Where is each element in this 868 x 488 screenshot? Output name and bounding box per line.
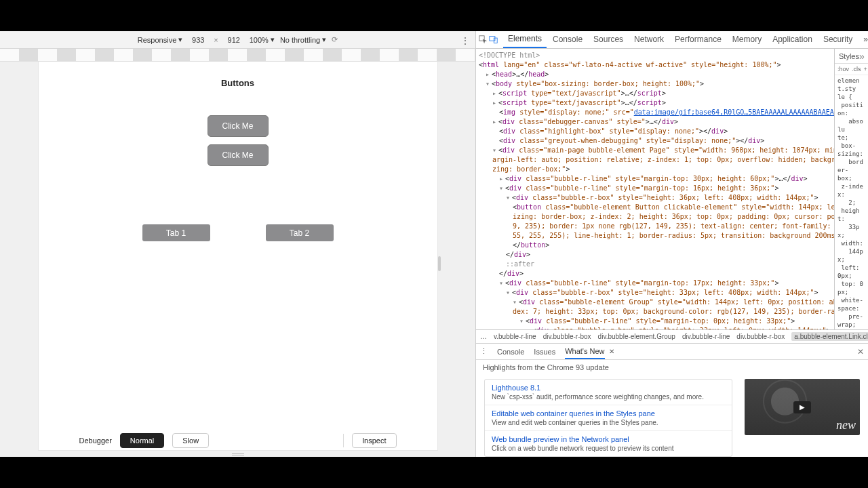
whatsnew-video[interactable]: ▶ new [745, 379, 860, 435]
breadcrumb[interactable]: … v.bubble-r-line div.bubble-r-box div.b… [476, 329, 868, 343]
preview-viewport: Buttons Click Me Click Me Tab 1 Tab 2 De… [0, 62, 475, 457]
tab-1[interactable]: Tab 1 [142, 224, 210, 241]
viewport-height-input[interactable]: 912 [224, 36, 244, 44]
zoom-select[interactable]: 100% ▾ [250, 35, 275, 44]
tab-memory[interactable]: Memory [728, 31, 766, 48]
tab-console[interactable]: Console [548, 31, 587, 48]
drawer-menu-icon[interactable]: ⋮ [480, 347, 488, 356]
tabs-overflow-icon[interactable]: » [859, 31, 868, 48]
device-toolbar: Responsive ▾ 933 × 912 100% ▾ No throttl… [0, 31, 475, 49]
tab-sources[interactable]: Sources [589, 31, 628, 48]
tab-performance[interactable]: Performance [670, 31, 726, 48]
rendered-page: Buttons Click Me Click Me Tab 1 Tab 2 De… [39, 62, 437, 450]
hov-toggle[interactable]: :hov [837, 66, 849, 73]
bottom-resize-handle[interactable] [232, 453, 244, 455]
tab-2[interactable]: Tab 2 [266, 224, 334, 241]
device-bar-more-icon[interactable]: ⋮ [460, 35, 470, 46]
play-icon[interactable]: ▶ [793, 401, 811, 413]
devtools-toolbar: Elements Console Sources Network Perform… [476, 31, 868, 49]
styles-pane: Styles» :hov.cls+ element.sty le { posit… [834, 49, 868, 329]
whatsnew-item[interactable]: Lighthouse 8.1New `csp-xss` audit, perfo… [485, 380, 732, 405]
speed-normal-button[interactable]: Normal [120, 433, 164, 448]
drawer-tab-close-icon[interactable]: ✕ [609, 348, 614, 355]
whatsnew-item[interactable]: Editable web container queries in the St… [485, 405, 732, 431]
resize-handle[interactable] [438, 256, 441, 271]
throttling-select[interactable]: No throttling ▾ [280, 35, 326, 44]
inspect-element-icon[interactable] [479, 35, 488, 45]
whatsnew-item[interactable]: Web bundle preview in the Network panelC… [485, 431, 732, 456]
style-rules[interactable]: element.sty le { position: absolu te; bo… [835, 75, 868, 329]
viewport-width-input[interactable]: 933 [188, 36, 208, 44]
drawer: ⋮ Console Issues What's New ✕ ✕ Highligh… [476, 343, 868, 457]
drawer-tab-console[interactable]: Console [497, 348, 524, 356]
dimension-separator: × [214, 36, 218, 44]
styles-tab[interactable]: Styles [839, 52, 859, 60]
speed-slow-button[interactable]: Slow [172, 433, 209, 448]
debugger-bar: Debugger Normal Slow Inspect [79, 432, 397, 449]
device-toggle-icon[interactable] [489, 35, 498, 45]
rotate-icon[interactable]: ⟳ [332, 35, 338, 44]
elements-tree[interactable]: <!DOCTYPE html> <html lang="en" class="w… [476, 49, 834, 329]
ruler [0, 49, 475, 62]
tab-network[interactable]: Network [629, 31, 669, 48]
click-me-button-2[interactable]: Click Me [208, 144, 269, 166]
click-me-button-1[interactable]: Click Me [208, 115, 269, 137]
drawer-tab-whatsnew[interactable]: What's New [565, 344, 604, 359]
tab-elements[interactable]: Elements [503, 31, 547, 48]
whatsnew-list: Lighthouse 8.1New `csp-xss` audit, perfo… [484, 379, 732, 457]
drawer-close-icon[interactable]: ✕ [857, 347, 864, 357]
tab-security[interactable]: Security [818, 31, 857, 48]
cls-toggle[interactable]: .cls [852, 66, 861, 73]
video-label: new [836, 418, 856, 432]
tab-application[interactable]: Application [768, 31, 817, 48]
new-rule-icon[interactable]: + [864, 66, 867, 73]
inspect-button[interactable]: Inspect [352, 433, 396, 448]
debugger-label: Debugger [79, 436, 112, 445]
styles-overflow-icon[interactable]: » [859, 51, 865, 62]
whatsnew-subtitle: Highlights from the Chrome 93 update [476, 360, 868, 375]
drawer-tab-issues[interactable]: Issues [534, 348, 555, 356]
device-mode-select[interactable]: Responsive ▾ [138, 35, 182, 44]
page-title: Buttons [106, 78, 370, 88]
